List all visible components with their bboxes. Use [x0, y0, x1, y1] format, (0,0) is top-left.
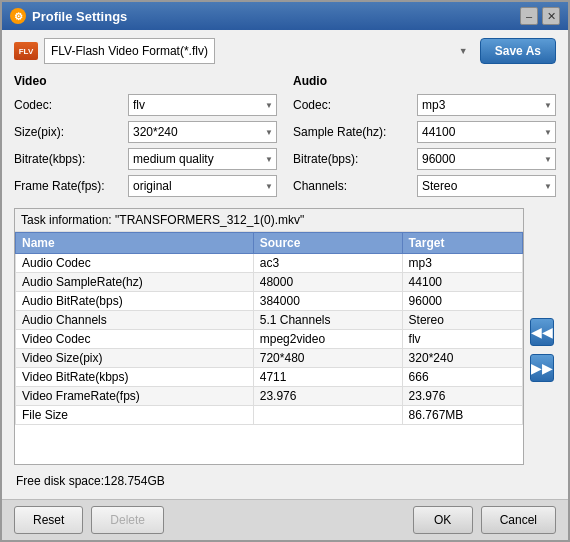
- table-row: Video Codecmpeg2videoflv: [16, 330, 523, 349]
- video-bitrate-select[interactable]: medium quality: [128, 148, 277, 170]
- profile-settings-window: ⚙ Profile Settings – ✕ FLV FLV-Flash Vid…: [0, 0, 570, 542]
- video-bitrate-row: Bitrate(kbps): medium quality: [14, 148, 277, 170]
- task-info-prefix: Task information:: [21, 213, 115, 227]
- video-panel: Video Codec: flv Size(pix): 320*240: [14, 74, 277, 202]
- save-as-button[interactable]: Save As: [480, 38, 556, 64]
- audio-samplerate-label: Sample Rate(hz):: [293, 125, 413, 139]
- titlebar: ⚙ Profile Settings – ✕: [2, 2, 568, 30]
- ok-button[interactable]: OK: [413, 506, 473, 534]
- video-codec-select[interactable]: flv: [128, 94, 277, 116]
- close-button[interactable]: ✕: [542, 7, 560, 25]
- table-scroll[interactable]: Name Source Target Audio Codecac3mp3Audi…: [15, 232, 523, 464]
- audio-bitrate-label: Bitrate(bps):: [293, 152, 413, 166]
- audio-panel: Audio Codec: mp3 Sample Rate(hz): 44100: [293, 74, 556, 202]
- audio-bitrate-select-wrapper: 96000: [417, 148, 556, 170]
- video-bitrate-select-wrapper: medium quality: [128, 148, 277, 170]
- task-filename: "TRANSFORMERS_312_1(0).mkv": [115, 213, 304, 227]
- back-arrow-button[interactable]: ◀◀: [530, 318, 554, 346]
- format-icon: FLV: [14, 42, 38, 60]
- app-icon: ⚙: [10, 8, 26, 24]
- table-row: Audio BitRate(bps)38400096000: [16, 292, 523, 311]
- audio-bitrate-row: Bitrate(bps): 96000: [293, 148, 556, 170]
- delete-button[interactable]: Delete: [91, 506, 164, 534]
- bottom-bar: Reset Delete OK Cancel: [2, 499, 568, 540]
- audio-codec-select[interactable]: mp3: [417, 94, 556, 116]
- format-select-wrapper: FLV-Flash Video Format(*.flv): [44, 38, 474, 64]
- disk-space: Free disk space:128.754GB: [14, 471, 524, 491]
- video-framerate-select-wrapper: original: [128, 175, 277, 197]
- format-select[interactable]: FLV-Flash Video Format(*.flv): [44, 38, 215, 64]
- panels-row: Video Codec: flv Size(pix): 320*240: [14, 74, 556, 202]
- col-name: Name: [16, 233, 254, 254]
- audio-codec-select-wrapper: mp3: [417, 94, 556, 116]
- audio-codec-label: Codec:: [293, 98, 413, 112]
- bottom-right-buttons: OK Cancel: [413, 506, 556, 534]
- task-info-header: Task information: "TRANSFORMERS_312_1(0)…: [15, 209, 523, 232]
- video-size-select-wrapper: 320*240: [128, 121, 277, 143]
- titlebar-buttons: – ✕: [520, 7, 560, 25]
- video-size-label: Size(pix):: [14, 125, 124, 139]
- audio-channels-row: Channels: Stereo: [293, 175, 556, 197]
- audio-codec-row: Codec: mp3: [293, 94, 556, 116]
- task-table: Name Source Target Audio Codecac3mp3Audi…: [15, 232, 523, 425]
- video-size-select[interactable]: 320*240: [128, 121, 277, 143]
- audio-channels-label: Channels:: [293, 179, 413, 193]
- audio-channels-select[interactable]: Stereo: [417, 175, 556, 197]
- video-panel-title: Video: [14, 74, 277, 88]
- audio-samplerate-select[interactable]: 44100: [417, 121, 556, 143]
- video-framerate-row: Frame Rate(fps): original: [14, 175, 277, 197]
- table-row: Audio Channels5.1 ChannelsStereo: [16, 311, 523, 330]
- table-row: Video Size(pix)720*480320*240: [16, 349, 523, 368]
- video-codec-label: Codec:: [14, 98, 124, 112]
- side-panel: ◀◀ ▶▶: [528, 208, 556, 491]
- video-codec-select-wrapper: flv: [128, 94, 277, 116]
- audio-samplerate-select-wrapper: 44100: [417, 121, 556, 143]
- window-title: Profile Settings: [32, 9, 127, 24]
- bottom-left-buttons: Reset Delete: [14, 506, 164, 534]
- task-info-box: Task information: "TRANSFORMERS_312_1(0)…: [14, 208, 524, 465]
- table-row: Audio Codecac3mp3: [16, 254, 523, 273]
- audio-panel-title: Audio: [293, 74, 556, 88]
- video-codec-row: Codec: flv: [14, 94, 277, 116]
- main-content: FLV FLV-Flash Video Format(*.flv) Save A…: [2, 30, 568, 499]
- reset-button[interactable]: Reset: [14, 506, 83, 534]
- task-area: Task information: "TRANSFORMERS_312_1(0)…: [14, 208, 556, 491]
- audio-samplerate-row: Sample Rate(hz): 44100: [293, 121, 556, 143]
- video-size-row: Size(pix): 320*240: [14, 121, 277, 143]
- col-source: Source: [253, 233, 402, 254]
- cancel-button[interactable]: Cancel: [481, 506, 556, 534]
- minimize-button[interactable]: –: [520, 7, 538, 25]
- titlebar-left: ⚙ Profile Settings: [10, 8, 127, 24]
- audio-channels-select-wrapper: Stereo: [417, 175, 556, 197]
- video-framerate-label: Frame Rate(fps):: [14, 179, 124, 193]
- format-row: FLV FLV-Flash Video Format(*.flv) Save A…: [14, 38, 556, 64]
- table-row: Audio SampleRate(hz)4800044100: [16, 273, 523, 292]
- table-row: File Size86.767MB: [16, 406, 523, 425]
- forward-arrow-button[interactable]: ▶▶: [530, 354, 554, 382]
- table-row: Video FrameRate(fps)23.97623.976: [16, 387, 523, 406]
- table-row: Video BitRate(kbps)4711666: [16, 368, 523, 387]
- video-framerate-select[interactable]: original: [128, 175, 277, 197]
- task-table-body: Audio Codecac3mp3Audio SampleRate(hz)480…: [16, 254, 523, 425]
- task-table-header: Name Source Target: [16, 233, 523, 254]
- col-target: Target: [402, 233, 522, 254]
- task-main: Task information: "TRANSFORMERS_312_1(0)…: [14, 208, 524, 491]
- audio-bitrate-select[interactable]: 96000: [417, 148, 556, 170]
- video-bitrate-label: Bitrate(kbps):: [14, 152, 124, 166]
